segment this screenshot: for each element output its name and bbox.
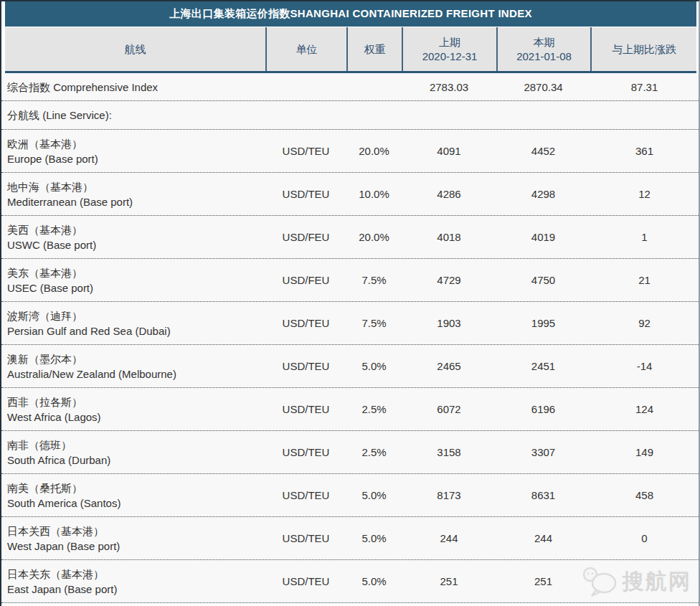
previous-value-cell: 3158 [402, 446, 496, 458]
route-line: 南非（德班） [7, 437, 265, 453]
route-cell: 地中海（基本港）Mediterranean (Base port) [1, 179, 265, 209]
column-header-date: 2021-01-08 [516, 49, 572, 64]
previous-value-cell: 251 [402, 575, 496, 587]
unit-cell: USD/TEU [265, 360, 346, 372]
route-cell: 波斯湾（迪拜）Persian Gulf and Red Sea (Dubai) [1, 308, 265, 338]
route-cell: 西非（拉各斯）West Africa (Lagos) [1, 394, 265, 425]
change-value-cell: 124 [590, 403, 699, 415]
route-line: 美西（基本港） [7, 222, 265, 237]
table-row: 澳新（墨尔本）Australia/New Zealand (Melbourne)… [1, 345, 699, 388]
current-value-cell: 4019 [496, 231, 590, 243]
unit-cell: USD/TEU [265, 188, 346, 200]
table-row: 日本关东（基本港）East Japan (Base port) USD/TEU … [1, 560, 699, 603]
table-header: 航线 单位 权重 上期 2020-12-31 本期 2021-01-08 与上期… [5, 27, 696, 73]
change-value-cell: -14 [590, 360, 699, 372]
route-cell: 美东（基本港）USEC (Base port) [1, 265, 265, 295]
weight-cell: 20.0% [346, 145, 402, 157]
route-line: 日本关西（基本港） [7, 524, 265, 539]
weight-cell: 20.0% [346, 231, 402, 243]
table-row: 波斯湾（迪拜）Persian Gulf and Red Sea (Dubai) … [1, 302, 699, 345]
table-row: 分航线 (Line Service): [1, 101, 699, 130]
previous-value-cell: 6072 [402, 403, 496, 415]
column-header-weight: 权重 [346, 27, 402, 71]
column-header-date: 2020-12-31 [422, 49, 478, 64]
unit-cell: USD/FEU [265, 231, 346, 243]
table-row: 地中海（基本港）Mediterranean (Base port) USD/TE… [1, 173, 699, 216]
change-value-cell: 0 [590, 532, 699, 544]
table-row: 欧洲（基本港）Europe (Base port) USD/TEU 20.0% … [1, 130, 699, 173]
current-value-cell: 2870.34 [496, 81, 590, 93]
route-line: 日本关东（基本港） [7, 567, 265, 582]
route-cell: 南美（桑托斯）South America (Santos) [1, 480, 265, 511]
current-value-cell: 2451 [496, 360, 590, 372]
previous-value-cell: 1903 [402, 317, 496, 329]
current-value-cell: 6196 [496, 403, 590, 415]
previous-value-cell: 4729 [402, 274, 496, 286]
previous-value-cell: 2465 [402, 360, 496, 372]
route-cell: 欧洲（基本港）Europe (Base port) [1, 136, 265, 166]
previous-value-cell: 8173 [402, 489, 496, 501]
route-line: 南美（桑托斯） [7, 480, 265, 496]
current-value-cell: 4452 [496, 145, 590, 157]
scfi-table: 上海出口集装箱运价指数SHANGHAI CONTAINERIZED FREIGH… [0, 0, 700, 606]
column-header-previous: 上期 2020-12-31 [402, 27, 496, 71]
route-line: 欧洲（基本港） [7, 136, 265, 151]
route-line: Europe (Base port) [7, 151, 265, 166]
table-body: 综合指数 Comprehensive Index 2783.03 2870.34… [1, 73, 699, 603]
weight-cell: 5.0% [346, 532, 402, 544]
unit-cell: USD/TEU [265, 446, 346, 458]
route-line: Mediterranean (Base port) [7, 194, 265, 209]
route-line: 美东（基本港） [7, 265, 265, 280]
column-header-label: 航线 [125, 42, 146, 57]
column-header-label: 权重 [364, 42, 386, 57]
column-header-label: 本期 [534, 35, 555, 49]
route-line: Australia/New Zealand (Melbourne) [7, 366, 265, 382]
previous-value-cell: 4286 [402, 188, 496, 200]
weight-cell: 5.0% [346, 489, 402, 501]
weight-cell: 7.5% [346, 274, 402, 286]
change-value-cell: 1 [590, 231, 699, 243]
route-cell: 南非（德班）South Africa (Durban) [1, 437, 265, 468]
unit-cell: USD/TEU [265, 532, 346, 544]
column-header-change: 与上期比涨跌 [590, 27, 696, 71]
column-header-current: 本期 2021-01-08 [496, 27, 590, 71]
column-header-route: 航线 [5, 27, 265, 71]
previous-value-cell: 244 [402, 532, 496, 544]
column-header-label: 与上期比涨跌 [612, 42, 676, 57]
column-header-unit: 单位 [265, 27, 346, 71]
unit-cell: USD/TEU [265, 403, 346, 415]
current-value-cell: 3307 [496, 446, 590, 458]
route-cell: 澳新（墨尔本）Australia/New Zealand (Melbourne) [1, 351, 265, 382]
route-line: 地中海（基本港） [7, 179, 265, 194]
route-line: East Japan (Base port) [7, 582, 265, 597]
route-line: West Japan (Base port) [7, 539, 265, 554]
current-value-cell: 244 [496, 532, 590, 544]
previous-value-cell: 4018 [402, 231, 496, 243]
table-row: 南美（桑托斯）South America (Santos) USD/TEU 5.… [1, 474, 699, 517]
route-line: South America (Santos) [7, 496, 265, 511]
route-line: 分航线 (Line Service): [7, 108, 265, 123]
route-cell: 分航线 (Line Service): [1, 108, 265, 123]
route-line: West Africa (Lagos) [7, 409, 265, 425]
weight-cell: 2.5% [346, 446, 402, 458]
route-line: USEC (Base port) [7, 280, 265, 295]
weight-cell: 5.0% [346, 575, 402, 587]
change-value-cell: 21 [590, 274, 699, 286]
route-line: Persian Gulf and Red Sea (Dubai) [7, 323, 265, 338]
unit-cell: USD/TEU [265, 489, 346, 501]
unit-cell: USD/FEU [265, 274, 346, 286]
table-row: 日本关西（基本港）West Japan (Base port) USD/TEU … [1, 517, 699, 560]
change-value-cell: 361 [590, 145, 699, 157]
table-row: 南非（德班）South Africa (Durban) USD/TEU 2.5%… [1, 431, 699, 474]
column-header-label: 上期 [439, 35, 460, 49]
change-value-cell: 92 [590, 317, 699, 329]
weight-cell: 5.0% [346, 360, 402, 372]
route-cell: 日本关西（基本港）West Japan (Base port) [1, 524, 265, 554]
current-value-cell: 1995 [496, 317, 590, 329]
unit-cell: USD/TEU [265, 317, 346, 329]
weight-cell: 2.5% [346, 403, 402, 415]
route-line: 综合指数 Comprehensive Index [7, 80, 265, 95]
route-line: 波斯湾（迪拜） [7, 308, 265, 323]
change-value-cell: 87.31 [590, 81, 699, 93]
current-value-cell: 8631 [496, 489, 590, 501]
